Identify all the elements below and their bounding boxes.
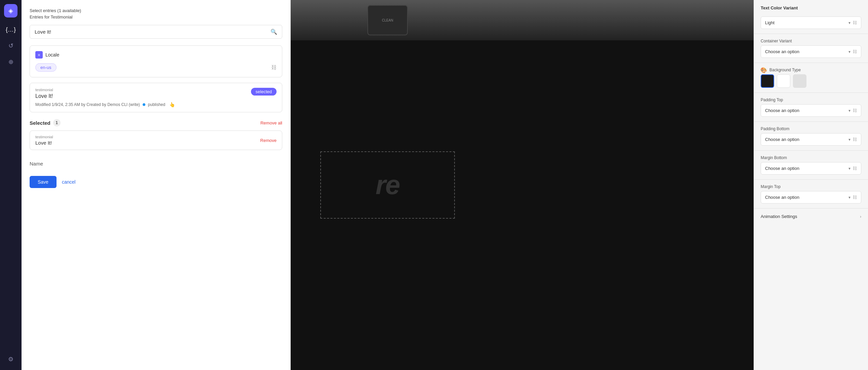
locale-label: Locale [45,52,59,58]
margin-top-row: Margin Top Choose an option ▾ ⛓ [754,181,868,207]
color-swatches [754,74,868,91]
selected-item-card: testimonial Love It! Remove [30,130,282,150]
sidebar-item-history[interactable]: ↺ [4,39,18,53]
selected-badge: selected [251,88,277,95]
chevron-down-icon: ▾ [848,137,850,142]
chevron-down-icon: ▾ [848,166,850,171]
color-swatch-dark[interactable] [761,74,774,88]
cursor-icon: 👆 [169,102,175,107]
entry-meta: Modified 1/9/24, 2:35 AM by Created by D… [35,102,277,107]
preview-text: re [375,169,400,201]
margin-top-select[interactable]: Choose an option ▾ ⛓ [761,191,861,204]
selected-count: 1 [53,119,61,126]
main-area: Select entries (1 available) Entries for… [22,0,868,370]
selected-item-info: testimonial Love It! [35,135,53,146]
chain-icon: ⛓ [852,108,857,113]
animation-settings-row[interactable]: Animation Settings › [754,210,868,223]
locale-row: en-us ⛓ [35,63,277,72]
text-color-variant-select[interactable]: Light ▾ ⛓ [761,17,861,29]
container-variant-label: Container Variant [761,39,861,43]
sidebar-item-settings[interactable]: ⚙ [4,352,18,366]
chevron-down-icon: ▾ [848,108,850,113]
globe-icon: ⊕ [8,58,13,66]
text-color-variant-row: Light ▾ ⛓ [754,13,868,32]
padding-bottom-select[interactable]: Choose an option ▾ ⛓ [761,133,861,146]
margin-bottom-placeholder: Choose an option [765,166,799,171]
padding-top-select[interactable]: Choose an option ▾ ⛓ [761,104,861,117]
selected-title: Selected 1 [30,119,61,126]
padding-bottom-placeholder: Choose an option [765,137,799,142]
container-variant-select[interactable]: Choose an option ▾ ⛓ [761,45,861,58]
padding-bottom-row: Padding Bottom Choose an option ▾ ⛓ [754,123,868,149]
chevron-down-icon: ▾ [848,195,850,200]
locale-icon: ≡ [35,51,43,59]
locale-tag[interactable]: en-us [35,63,57,72]
search-input[interactable] [35,29,271,35]
remove-all-button[interactable]: Remove all [260,120,282,125]
color-swatch-white[interactable] [777,74,790,88]
item-type: testimonial [35,135,53,139]
background-type-header: 🎨 Background Type [754,64,868,74]
text-color-variant-value: Light [765,20,774,25]
sidebar-item-code[interactable]: {…} [4,23,18,36]
margin-bottom-label: Margin Bottom [761,155,861,160]
margin-bottom-row: Margin Bottom Choose an option ▾ ⛓ [754,152,868,178]
color-swatch-light[interactable] [793,74,806,88]
sidebar-item-globe[interactable]: ⊕ [4,55,18,69]
sidebar-logo[interactable]: ◈ [4,4,18,18]
save-button[interactable]: Save [30,176,57,188]
dashed-box: re [320,151,455,219]
entry-type: testimonial [35,88,277,92]
chain-icon: ⛓ [852,20,857,25]
modal-panel: Select entries (1 available) Entries for… [22,0,291,370]
remove-button[interactable]: Remove [260,138,277,143]
modal-footer: Save cancel [30,176,282,188]
cancel-button[interactable]: cancel [62,179,75,185]
published-dot [143,103,145,106]
modal-subheader: Entries for Testimonial [30,14,282,20]
container-variant-row: Container Variant Choose an option ▾ ⛓ [754,35,868,61]
padding-top-placeholder: Choose an option [765,108,799,113]
chevron-right-icon: › [860,214,861,219]
margin-top-placeholder: Choose an option [765,195,799,200]
modal-header: Select entries (1 available) [30,8,282,13]
padding-top-label: Padding Top [761,97,861,102]
selected-header: Selected 1 Remove all [30,119,282,126]
padding-bottom-label: Padding Bottom [761,126,861,131]
chain-icon: ⛓ [852,166,857,171]
background-type-icon: 🎨 [761,67,767,73]
right-panel-title: Text Color Variant [754,0,868,13]
entry-meta-text: Modified 1/9/24, 2:35 AM by Created by D… [35,102,140,107]
animation-settings-label: Animation Settings [761,214,797,219]
name-section: Name [30,161,282,166]
locale-header: ≡ Locale [35,51,277,59]
selected-title-text: Selected [30,120,51,126]
background-type-label: Background Type [769,68,801,72]
margin-top-label: Margin Top [761,184,861,189]
chain-icon: ⛓ [852,195,857,200]
padding-top-row: Padding Top Choose an option ▾ ⛓ [754,94,868,120]
item-name: Love It! [35,140,53,146]
logo-icon: ◈ [8,7,13,14]
entry-card[interactable]: testimonial Love It! Modified 1/9/24, 2:… [30,83,282,112]
search-box[interactable]: 🔍 [30,25,282,39]
settings-icon: ⚙ [8,356,13,363]
margin-bottom-select[interactable]: Choose an option ▾ ⛓ [761,162,861,175]
right-panel: Text Color Variant Light ▾ ⛓ Container V… [754,0,868,370]
published-label: published [148,102,165,107]
chain-icon: ⛓ [852,49,857,54]
chain-icon: ⛓ [852,137,857,142]
entry-title: Love It! [35,93,277,99]
history-icon: ↺ [8,42,13,50]
code-icon: {…} [6,26,16,33]
selected-section: Selected 1 Remove all testimonial Love I… [30,119,282,155]
container-variant-placeholder: Choose an option [765,49,799,54]
locale-section: ≡ Locale en-us ⛓ [30,45,282,78]
chevron-down-icon: ▾ [848,21,850,25]
link-icon[interactable]: ⛓ [271,65,277,71]
sidebar: ◈ {…} ↺ ⊕ ⚙ [0,0,22,370]
search-icon: 🔍 [271,29,277,35]
chevron-down-icon: ▾ [848,50,850,54]
device-mockup: CLEAN [367,5,408,35]
